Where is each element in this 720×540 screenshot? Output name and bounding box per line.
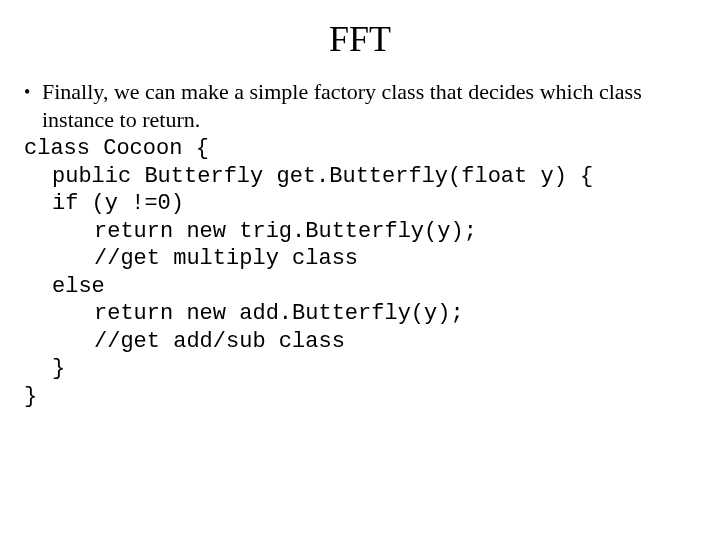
code-line: } <box>24 355 696 383</box>
code-line: class Cocoon { <box>24 135 696 163</box>
slide: FFT • Finally, we can make a simple fact… <box>0 0 720 540</box>
code-line: else <box>24 273 696 301</box>
slide-body: • Finally, we can make a simple factory … <box>24 78 696 410</box>
code-line: //get multiply class <box>24 245 696 273</box>
code-line: return new trig.Butterfly(y); <box>24 218 696 246</box>
bullet-item: • Finally, we can make a simple factory … <box>24 78 696 133</box>
code-line: if (y !=0) <box>24 190 696 218</box>
slide-title: FFT <box>24 18 696 60</box>
bullet-text: Finally, we can make a simple factory cl… <box>42 78 696 133</box>
code-line: public Butterfly get.Butterfly(float y) … <box>24 163 696 191</box>
code-line: return new add.Butterfly(y); <box>24 300 696 328</box>
bullet-marker: • <box>24 78 42 106</box>
code-line: } <box>24 383 696 411</box>
code-line: //get add/sub class <box>24 328 696 356</box>
